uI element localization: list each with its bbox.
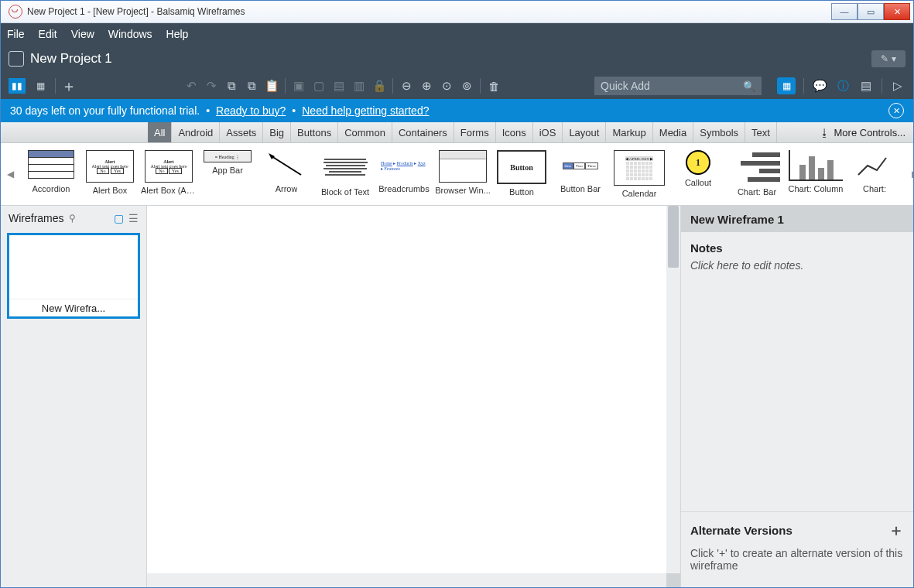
project-name[interactable]: New Project 1: [30, 51, 112, 67]
library-item-label: Calendar: [622, 189, 657, 198]
library-item-chartcol[interactable]: Chart: Column: [788, 150, 844, 198]
duplicate-icon[interactable]: ⧉: [245, 79, 258, 93]
help-link[interactable]: Need help getting started?: [302, 104, 429, 117]
more-controls-button[interactable]: ⭳ More Controls...: [812, 122, 913, 142]
library-item-label: Chart: Column: [789, 184, 844, 193]
category-tab-big[interactable]: Big: [263, 122, 291, 142]
library-item-text[interactable]: Block of Text: [317, 150, 373, 198]
zoom-in-icon[interactable]: ⊕: [419, 79, 433, 93]
alt-versions-label: Alternate Versions: [690, 524, 792, 537]
category-tab-containers[interactable]: Containers: [392, 122, 454, 142]
library-item-label: Alert Box (An...: [141, 186, 197, 195]
sidebar-view-single-icon[interactable]: ▢: [114, 212, 124, 224]
menu-windows[interactable]: Windows: [108, 28, 152, 40]
redo-icon[interactable]: ↷: [204, 79, 218, 93]
category-tab-symbols[interactable]: Symbols: [693, 122, 745, 142]
titlebar[interactable]: New Project 1 - [New Project] - Balsamiq…: [1, 1, 913, 23]
notes-field[interactable]: Click here to edit notes.: [690, 259, 904, 272]
category-tab-markup[interactable]: Markup: [606, 122, 652, 142]
menu-edit[interactable]: Edit: [39, 28, 57, 40]
library-item-accordion[interactable]: Accordion: [23, 150, 79, 198]
quick-add-placeholder: Quick Add: [601, 80, 650, 92]
view-single-icon[interactable]: ▮▮: [9, 78, 26, 94]
group-icon[interactable]: ▣: [292, 79, 306, 93]
library-item-chartline[interactable]: Chart:: [847, 150, 902, 198]
bring-front-icon[interactable]: ▤: [332, 79, 346, 93]
inspector-title: New Wireframe 1: [681, 206, 913, 232]
component-library: ◀ AccordionAlertAlert text goes hereNo Y…: [1, 143, 913, 206]
library-item-cal[interactable]: ◀ APRIL 2019 ▶Calendar: [611, 150, 667, 198]
library-item-label: Button Bar: [560, 184, 601, 193]
project-icon: [9, 51, 24, 67]
quick-add-input[interactable]: Quick Add 🔍: [594, 77, 762, 95]
add-alternate-icon[interactable]: ＋: [888, 520, 904, 541]
category-tab-common[interactable]: Common: [338, 122, 392, 142]
svg-line-0: [272, 156, 301, 175]
eyedropper-button[interactable]: ✎ ▾: [871, 50, 905, 67]
comments-icon[interactable]: 💬: [812, 78, 827, 94]
library-item-button[interactable]: ButtonButton: [494, 150, 549, 198]
library-scroll-left-icon[interactable]: ◀: [7, 169, 14, 179]
zoom-actual-icon[interactable]: ⊚: [460, 79, 474, 93]
copy-icon[interactable]: ⧉: [224, 79, 238, 93]
library-item-label: App Bar: [212, 166, 243, 175]
properties-icon[interactable]: ▤: [858, 78, 874, 94]
library-item-appbar[interactable]: ≡ Heading ⋮App Bar: [200, 150, 255, 198]
menu-help[interactable]: Help: [166, 28, 189, 40]
category-tab-layout[interactable]: Layout: [563, 122, 606, 142]
category-tab-text[interactable]: Text: [745, 122, 777, 142]
trial-close-icon[interactable]: ✕: [888, 103, 904, 118]
library-scroll-right-icon[interactable]: ▶: [912, 169, 913, 179]
library-item-chartbar[interactable]: Chart: Bar: [729, 150, 785, 198]
library-item-label: Accordion: [33, 184, 70, 193]
alternate-versions-section: Alternate Versions ＋ Click '+' to create…: [681, 511, 913, 587]
paste-icon[interactable]: 📋: [265, 79, 279, 93]
category-tab-ios[interactable]: iOS: [533, 122, 563, 142]
category-tab-assets[interactable]: Assets: [220, 122, 263, 142]
library-item-alert[interactable]: AlertAlert text goes hereNo YesAlert Box: [82, 150, 138, 198]
fullscreen-icon[interactable]: ▷: [890, 78, 905, 94]
send-back-icon[interactable]: ▥: [352, 79, 366, 93]
wireframe-thumb[interactable]: New Wirefra...: [7, 233, 140, 319]
menu-view[interactable]: View: [71, 28, 94, 40]
ready-to-buy-link[interactable]: Ready to buy?: [216, 104, 286, 117]
zoom-out-icon[interactable]: ⊖: [399, 79, 413, 93]
minimize-button[interactable]: —: [831, 3, 858, 20]
library-item-label: Alert Box: [93, 186, 128, 195]
library-item-label: Button: [509, 187, 534, 197]
category-tab-media[interactable]: Media: [653, 122, 693, 142]
menu-file[interactable]: File: [7, 28, 25, 40]
view-grid-icon[interactable]: ▦: [32, 78, 49, 94]
category-tab-forms[interactable]: Forms: [454, 122, 496, 142]
category-tab-all[interactable]: All: [148, 122, 172, 142]
category-tab-icons[interactable]: Icons: [496, 122, 533, 142]
maximize-button[interactable]: ▭: [858, 3, 884, 20]
horizontal-scrollbar[interactable]: [147, 573, 666, 587]
library-item-bbar[interactable]: OneTwoThreeButton Bar: [553, 150, 608, 198]
close-button[interactable]: ✕: [884, 3, 910, 20]
notes-section: Notes Click here to edit notes.: [681, 232, 913, 281]
library-item-bread[interactable]: Home ▸ Products ▸ Xyz ▸ FeaturesBreadcru…: [376, 150, 432, 198]
library-item-callout[interactable]: 1Callout: [670, 150, 726, 198]
sidebar-title: Wireframes: [9, 212, 64, 224]
lock-icon[interactable]: 🔒: [372, 79, 386, 93]
vertical-scrollbar[interactable]: [666, 206, 680, 573]
library-item-label: Chart:: [863, 184, 886, 193]
ui-library-toggle-icon[interactable]: ▦: [777, 77, 796, 94]
ungroup-icon[interactable]: ▢: [312, 79, 326, 93]
canvas[interactable]: [147, 206, 666, 573]
category-tab-android[interactable]: Android: [172, 122, 220, 142]
main-body: Wireframes ⚲ ▢ ☰ New Wirefra... New Wire…: [1, 206, 913, 587]
delete-icon[interactable]: 🗑: [487, 79, 501, 93]
category-tab-buttons[interactable]: Buttons: [291, 122, 338, 142]
add-wireframe-icon[interactable]: ＋: [62, 79, 76, 93]
library-item-arrow[interactable]: Arrow: [258, 150, 314, 198]
sidebar-view-list-icon[interactable]: ☰: [128, 212, 139, 224]
undo-icon[interactable]: ↶: [184, 79, 198, 93]
library-item-browser[interactable]: Browser Win...: [435, 150, 491, 198]
zoom-fit-icon[interactable]: ⊙: [440, 79, 454, 93]
library-item-alert2[interactable]: AlertAlert text goes hereNo YesAlert Box…: [141, 150, 197, 198]
info-icon[interactable]: ⓘ: [835, 78, 851, 94]
sidebar-tree-icon[interactable]: ⚲: [69, 213, 76, 224]
library-item-label: Browser Win...: [435, 186, 491, 195]
